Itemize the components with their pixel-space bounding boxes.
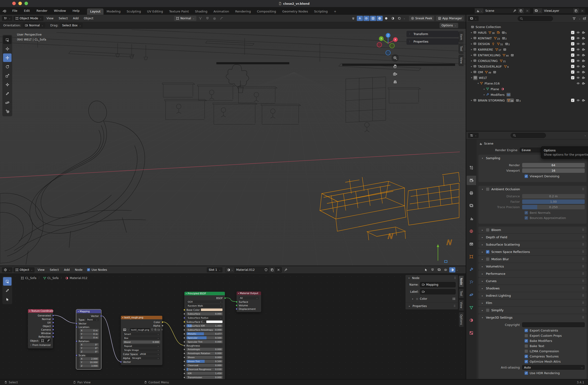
exclude-checkbox[interactable]: ✓ bbox=[571, 65, 574, 68]
node-dropdown-repeat[interactable]: Repeat⌄ bbox=[121, 344, 162, 348]
disclosure-icon[interactable]: ▸ bbox=[470, 65, 473, 68]
panel-header[interactable]: ▸Subsurface Scattering⠿ bbox=[478, 241, 587, 248]
prop-check-bake-text[interactable]: Bake Text bbox=[525, 344, 585, 348]
panel-header[interactable]: ▸Film⠿ bbox=[478, 299, 587, 306]
exclude-checkbox[interactable]: ✓ bbox=[571, 37, 574, 40]
drag-dropdown[interactable]: Select Box⌄ bbox=[60, 23, 83, 28]
node-color-base-color[interactable]: Base Color bbox=[184, 308, 225, 312]
eye-icon[interactable] bbox=[576, 65, 580, 68]
panel-header[interactable]: ▸Indirect Lighting⠿ bbox=[478, 292, 587, 299]
outliner-row-tagesverlauf[interactable]: ▸TAGESVERLAUF9✓ bbox=[466, 64, 588, 69]
close-window-button[interactable] bbox=[12, 2, 16, 5]
outliner-row-karriere[interactable]: ▸KARRIERE17✓ bbox=[466, 47, 588, 52]
eye-icon[interactable] bbox=[576, 42, 580, 45]
node-input-volume[interactable]: Volume bbox=[237, 304, 261, 307]
checkbox[interactable]: ✓ bbox=[525, 175, 528, 178]
node-dropdown-random-walk[interactable]: Random Walk⌄ bbox=[184, 304, 225, 308]
menu-help[interactable]: Help bbox=[69, 7, 83, 15]
outliner-row-welt[interactable]: ▾WELT✓ bbox=[466, 75, 588, 81]
disclosure-icon[interactable]: ▸ bbox=[481, 287, 484, 290]
disclosure-icon[interactable]: ▸ bbox=[470, 54, 473, 56]
node-slider-ior[interactable]: IOR1.450 bbox=[184, 371, 225, 375]
add-workspace-button[interactable]: + bbox=[331, 8, 339, 15]
node-dropdown-ggx[interactable]: GGX⌄ bbox=[184, 300, 225, 304]
node-slider-subsurface[interactable]: Subsurface0.000 bbox=[184, 312, 225, 316]
node-dropdown-single-image[interactable]: Single Image⌄ bbox=[121, 348, 162, 352]
properties-tab-render[interactable] bbox=[467, 176, 476, 185]
disclosure-icon[interactable]: ▸ bbox=[481, 280, 484, 282]
node-output-bsdf[interactable]: BSDF bbox=[184, 296, 225, 300]
workspace-tab-uv-editing[interactable]: UV Editing bbox=[144, 8, 166, 15]
node-output-reflection[interactable]: Reflection bbox=[28, 335, 53, 338]
options-dropdown[interactable]: Options⌄ bbox=[440, 23, 458, 28]
prop-value-field[interactable]: 64 bbox=[522, 163, 585, 167]
checkbox[interactable] bbox=[486, 309, 489, 312]
node-slider-subsurface-anisotropy[interactable]: Subsurface Anisotropy0.000 bbox=[184, 328, 225, 332]
visibility-dropdown[interactable] bbox=[350, 16, 356, 21]
filter-icon[interactable] bbox=[572, 17, 576, 20]
shader-overlays-toggle[interactable] bbox=[443, 267, 449, 272]
object-value-field[interactable] bbox=[40, 339, 51, 342]
slot-preview-toggle[interactable] bbox=[449, 267, 455, 272]
exclude-checkbox[interactable]: ✓ bbox=[571, 48, 574, 51]
proportional-falloff-dropdown[interactable] bbox=[218, 16, 225, 21]
panel-header[interactable]: ▾Verge3D Settings⠿ bbox=[478, 314, 587, 321]
eye-icon[interactable] bbox=[576, 31, 580, 34]
color-checkbox[interactable] bbox=[416, 298, 419, 300]
panel-header[interactable]: ▸Curves⠿ bbox=[478, 278, 587, 284]
disclosure-icon[interactable]: ▾ bbox=[477, 82, 480, 85]
node-slider-subsurface-ior[interactable]: Subsurface IOR1.400 bbox=[184, 324, 225, 328]
disclosure-icon[interactable]: ▾ bbox=[481, 188, 484, 190]
shader-menu-node[interactable]: Node bbox=[73, 268, 85, 272]
node-textil-rough-png[interactable]: ▾textil_rough.pngColorAlpha⌄textil_rough… bbox=[121, 316, 163, 365]
camera-toggle-icon[interactable] bbox=[582, 70, 585, 74]
disclosure-icon[interactable]: ▸ bbox=[481, 251, 484, 253]
properties-tab-tool[interactable] bbox=[467, 163, 476, 172]
tool-move[interactable] bbox=[3, 53, 12, 62]
disclosure-icon[interactable]: ▾ bbox=[481, 157, 484, 159]
xray-toggle[interactable] bbox=[370, 16, 376, 21]
editor-type-dropdown[interactable]: ⌄ bbox=[468, 133, 479, 138]
node-principled-bsdf[interactable]: ▾Principled BSDFBSDFGGX⌄Random Walk⌄Base… bbox=[184, 292, 225, 379]
properties-search-input[interactable] bbox=[511, 133, 546, 138]
disclosure-icon[interactable]: ▸ bbox=[481, 244, 484, 246]
properties-tab-view-layer[interactable] bbox=[467, 201, 476, 210]
node-vector-field[interactable]: Y0 m bbox=[76, 332, 101, 336]
new-collection-icon[interactable] bbox=[583, 17, 586, 20]
prop-value-field[interactable]: 16 bbox=[522, 168, 585, 173]
shading-wireframe[interactable] bbox=[377, 16, 383, 21]
workspace-tab-animation[interactable]: Animation bbox=[210, 8, 232, 15]
checkbox[interactable]: ✓ bbox=[525, 371, 528, 375]
pin-toggle[interactable] bbox=[283, 267, 289, 272]
sneak-peek-button[interactable]: Sneak Peek bbox=[409, 16, 434, 21]
properties-tab-output[interactable] bbox=[467, 188, 476, 198]
node-dropdown-box[interactable]: Box⌄ bbox=[121, 336, 162, 340]
camera-toggle-icon[interactable] bbox=[582, 59, 585, 62]
npanel-section-transform[interactable]: 〉Transform bbox=[406, 31, 459, 37]
unlink-scene-button[interactable] bbox=[524, 8, 530, 13]
shading-material[interactable] bbox=[390, 16, 396, 21]
panel-header[interactable]: ▸Motion Blur⠿ bbox=[478, 256, 587, 263]
split-view-icon[interactable] bbox=[436, 267, 442, 272]
node-slider-specular-tint[interactable]: Specular Tint0.000 bbox=[184, 340, 225, 344]
properties-tab-data[interactable] bbox=[467, 303, 476, 312]
node-vector-field[interactable]: Z0 m bbox=[76, 336, 101, 339]
node-image-field[interactable]: ⌄textil_rough.png bbox=[121, 327, 162, 332]
node-slider-sheen[interactable]: Sheen0.000 bbox=[184, 355, 225, 359]
list-icon[interactable] bbox=[452, 297, 456, 300]
properties-tab-particles[interactable] bbox=[467, 277, 476, 287]
outliner-row-consulting[interactable]: ▸CONSULTING21✓ bbox=[466, 58, 588, 64]
disclosure-icon[interactable]: ▸ bbox=[470, 43, 473, 45]
checkbox[interactable]: ✓ bbox=[525, 360, 528, 363]
disclosure-icon[interactable]: ▸ bbox=[481, 302, 484, 304]
exclude-checkbox[interactable]: ✓ bbox=[571, 70, 574, 74]
exclude-checkbox[interactable]: ✓ bbox=[571, 53, 574, 57]
breadcrumb-item[interactable]: CL_Sofa bbox=[43, 276, 59, 280]
viewport-menu-object[interactable]: Object bbox=[82, 17, 96, 20]
node-output-alpha[interactable]: Alpha bbox=[121, 324, 162, 327]
workspace-tab-sculpting[interactable]: Sculpting bbox=[124, 8, 144, 15]
eye-icon[interactable] bbox=[576, 53, 580, 57]
blender-logo-icon[interactable] bbox=[0, 9, 9, 13]
outliner-row-plane-016[interactable]: ▾Plane.016 bbox=[466, 81, 588, 86]
workspace-tab-shading[interactable]: Shading bbox=[192, 8, 210, 15]
